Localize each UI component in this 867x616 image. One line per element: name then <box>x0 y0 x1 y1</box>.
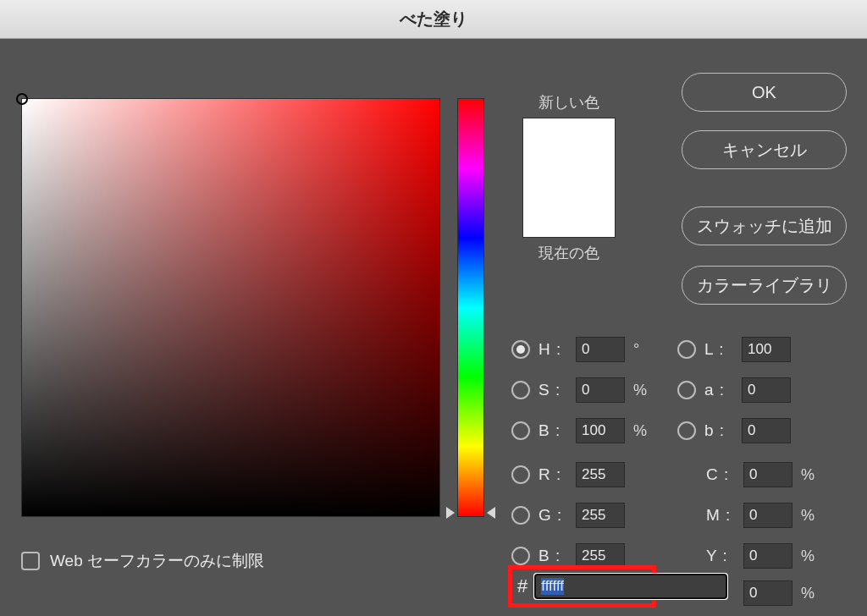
ok-button[interactable]: OK <box>682 73 847 112</box>
input-c[interactable] <box>743 462 792 487</box>
color-libraries-button[interactable]: カラーライブラリ <box>682 266 847 305</box>
label-b: B : <box>538 421 567 440</box>
input-l[interactable] <box>742 337 791 362</box>
mode-radio-bb[interactable] <box>511 547 530 565</box>
input-g[interactable] <box>576 503 625 528</box>
label-bb: B : <box>538 547 567 565</box>
window-titlebar: べた塗り <box>0 0 867 39</box>
unit-h: ° <box>633 341 652 359</box>
mode-radio-b[interactable] <box>511 421 530 440</box>
label-s: S : <box>538 381 567 399</box>
mode-radio-r[interactable] <box>511 465 530 484</box>
input-h[interactable] <box>576 337 625 362</box>
unit-b: % <box>633 422 652 440</box>
label-y: Y : <box>706 547 735 565</box>
label-c: C : <box>706 465 735 484</box>
web-safe-label: Web セーフカラーのみに制限 <box>50 550 264 572</box>
unit-m: % <box>801 507 820 525</box>
hex-label: # <box>517 575 527 597</box>
label-lab-b: b : <box>704 421 733 440</box>
label-a: a : <box>704 381 733 399</box>
input-k[interactable] <box>743 580 792 606</box>
input-s[interactable] <box>576 377 625 403</box>
window-title: べた塗り <box>400 8 467 30</box>
add-to-swatch-button[interactable]: スウォッチに追加 <box>682 206 847 245</box>
color-field[interactable] <box>21 98 440 517</box>
input-y[interactable] <box>743 543 792 569</box>
input-r[interactable] <box>576 462 625 487</box>
mode-radio-a[interactable] <box>677 381 696 399</box>
unit-c: % <box>801 466 820 484</box>
mode-radio-s[interactable] <box>511 381 530 399</box>
web-safe-row[interactable]: Web セーフカラーのみに制限 <box>21 550 264 572</box>
unit-k: % <box>801 585 820 602</box>
current-color-label: 現在の色 <box>510 243 628 263</box>
input-lab-b[interactable] <box>742 418 791 443</box>
input-a[interactable] <box>742 377 791 403</box>
color-preview: 新しい色 現在の色 <box>510 92 628 263</box>
hue-thumb-right-icon[interactable] <box>487 507 495 519</box>
unit-y: % <box>801 547 820 565</box>
mode-radio-h[interactable] <box>511 340 530 359</box>
unit-s: % <box>633 382 652 399</box>
cancel-button[interactable]: キャンセル <box>682 130 847 169</box>
web-safe-checkbox[interactable] <box>21 552 40 570</box>
hue-thumb-left-icon[interactable] <box>446 507 455 519</box>
input-m[interactable] <box>743 503 792 528</box>
current-color-swatch[interactable] <box>523 178 615 237</box>
label-g: G : <box>538 506 567 525</box>
hue-slider[interactable] <box>457 98 484 517</box>
dialog-body: 新しい色 現在の色 OK キャンセル スウォッチに追加 カラーライブラリ H :… <box>0 39 867 616</box>
label-l: L : <box>704 340 733 359</box>
color-field-marker-icon[interactable] <box>16 93 28 105</box>
mode-radio-g[interactable] <box>511 506 530 525</box>
mode-radio-l[interactable] <box>677 340 696 359</box>
hex-input[interactable] <box>534 574 727 599</box>
new-color-swatch[interactable] <box>523 118 615 178</box>
label-m: M : <box>706 506 735 525</box>
hex-highlight: # <box>508 565 656 608</box>
label-h: H : <box>538 340 567 359</box>
input-b[interactable] <box>576 418 625 443</box>
label-r: R : <box>538 465 567 484</box>
new-color-label: 新しい色 <box>510 92 628 113</box>
mode-radio-lab-b[interactable] <box>677 421 696 440</box>
